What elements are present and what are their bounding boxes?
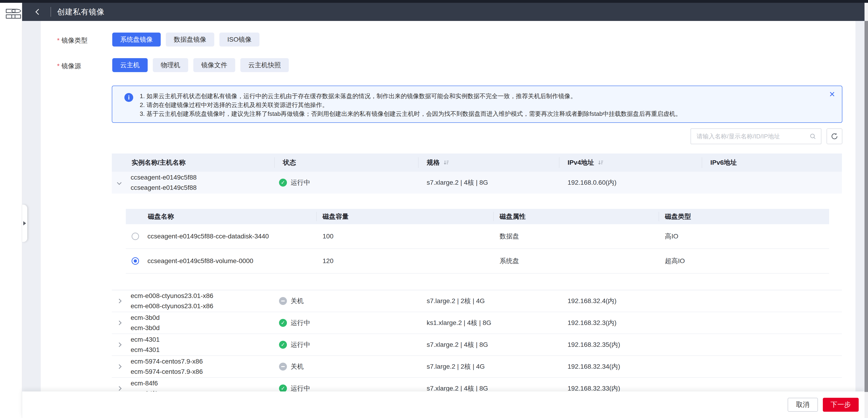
col-spec: 规格: [418, 157, 559, 168]
status-text: 关机: [291, 297, 304, 305]
chevron-right-icon[interactable]: [117, 299, 122, 303]
image-type-options: 系统盘镜像 数据盘镜像 ISO镜像: [112, 33, 265, 46]
alert-line-2: 2. 请勿在创建镜像过程中对选择的云主机及相关联资源进行其他操作。: [140, 101, 823, 109]
ipv4-cell: 192.168.32.35(内): [559, 340, 702, 349]
grid-cell: [11, 14, 21, 19]
alert-line-3: 3. 基于云主机创建系统盘镜像时，建议先注释了fstab再做镜像；否则用创建出来…: [140, 109, 823, 118]
disk-capacity-cell: 120: [317, 257, 494, 265]
required-asterisk: *: [57, 62, 60, 70]
ipv4-cell: 192.168.32.3(内): [559, 318, 702, 327]
page-header: 创建私有镜像: [22, 3, 868, 21]
info-icon: i: [124, 93, 133, 102]
apps-grid-icon[interactable]: [6, 9, 16, 19]
host-name: ecm-3b0d: [131, 323, 160, 333]
alert-line-1: 1. 如果云主机开机状态创建私有镜像，运行中的云主机由于存在缓存数据未落盘的情况…: [140, 92, 823, 101]
host-name: ecm-84f6: [131, 388, 158, 391]
image-type-label: *镜像类型: [57, 36, 112, 45]
chevron-right-icon[interactable]: [117, 386, 122, 391]
status-text: 运行中: [291, 340, 310, 349]
back-button[interactable]: [31, 5, 45, 19]
instance-name: ecm-5974-centos7.9-x86: [131, 356, 203, 367]
status-cell: 运行中: [275, 384, 418, 391]
radio-button[interactable]: [132, 233, 139, 240]
instance-name: ecm-e008-ctyunos23.01-x86: [131, 291, 213, 301]
table-row[interactable]: ecm-3b0d ecm-3b0d 运行中 ks1.xlarge.2 | 4核 …: [112, 312, 842, 334]
col-disk-attribute: 磁盘属性: [494, 212, 659, 221]
ipv4-cell: 192.168.0.60(内): [559, 178, 702, 187]
image-type-option-data-disk[interactable]: 数据盘镜像: [166, 33, 214, 46]
sort-icon[interactable]: [443, 159, 450, 166]
radio-button[interactable]: [132, 257, 139, 265]
content-card: *镜像类型 系统盘镜像 数据盘镜像 ISO镜像 *镜像源 云主机 物理机 镜像文…: [41, 21, 856, 391]
image-source-option-image-file[interactable]: 镜像文件: [193, 58, 235, 72]
top-strip: [0, 0, 868, 3]
disk-name-cell: ccseagent-e0149c5f88-cce-datadisk-3440: [126, 233, 317, 240]
image-source-option-snapshot[interactable]: 云主机快照: [240, 58, 289, 72]
status-text: 运行中: [291, 318, 310, 327]
image-type-option-iso[interactable]: ISO镜像: [219, 33, 259, 46]
instance-name: ecm-84f6: [131, 378, 158, 388]
chevron-down-icon[interactable]: [117, 180, 122, 185]
instance-name: ecm-3b0d: [131, 313, 160, 323]
disk-name: ccseagent-e0149c5f88-cce-datadisk-3440: [148, 233, 269, 240]
disk-capacity-cell: 100: [317, 233, 494, 240]
disk-type-cell: 超高IO: [659, 256, 829, 266]
spec-cell: s7.large.2 | 2核 | 4G: [418, 297, 559, 305]
disk-row[interactable]: ccseagent-e0149c5f88-cce-datadisk-3440 1…: [126, 224, 829, 249]
scrollbar-thumb[interactable]: [865, 21, 868, 392]
search-box: [690, 129, 822, 144]
disk-name: ccseagent-e0149c5f88-volume-0000: [148, 257, 253, 265]
search-input[interactable]: [696, 133, 809, 140]
disk-type-cell: 高IO: [659, 232, 829, 241]
host-name: ecm-4301: [131, 345, 160, 355]
grid-cell-circle: [11, 9, 21, 13]
table-row[interactable]: ccseagent-e0149c5f88 ccseagent-e0149c5f8…: [112, 172, 842, 194]
page-title: 创建私有镜像: [57, 7, 104, 17]
status-text: 运行中: [291, 384, 310, 391]
cancel-button[interactable]: 取消: [788, 398, 818, 412]
instance-table: 实例名称/主机名称 状态 规格 IPv4地址 IPv6地址 ccsea: [112, 153, 842, 391]
panel-expander-tab[interactable]: [22, 205, 27, 242]
table-row[interactable]: ecm-84f6 ecm-84f6 运行中 s7.xlarge.2 | 4核 |…: [112, 378, 842, 391]
table-row[interactable]: ecm-5974-centos7.9-x86 ecm-5974-centos7.…: [112, 356, 842, 378]
ipv4-cell: 192.168.32.4(内): [559, 297, 702, 305]
col-ipv6: IPv6地址: [702, 157, 842, 168]
instance-name-cell: ecm-3b0d ecm-3b0d: [112, 313, 275, 333]
refresh-button[interactable]: [827, 129, 842, 144]
sort-icon[interactable]: [597, 159, 604, 166]
next-step-button[interactable]: 下一步: [823, 398, 859, 412]
image-source-option-physical[interactable]: 物理机: [153, 58, 188, 72]
instance-name: ecm-4301: [131, 335, 160, 345]
status-cell: 运行中: [275, 318, 418, 327]
spec-cell: s7.xlarge.2 | 4核 | 8G: [418, 340, 559, 349]
status-running-icon: [279, 341, 287, 349]
info-alert: i 1. 如果云主机开机状态创建私有镜像，运行中的云主机由于存在缓存数据未落盘的…: [112, 85, 842, 123]
disk-table: 磁盘名称 磁盘容量 磁盘属性 磁盘类型 ccseagent-e0149c5f88…: [126, 209, 829, 274]
col-ipv4: IPv4地址: [559, 157, 702, 168]
col-instance-name: 实例名称/主机名称: [112, 157, 275, 168]
col-disk-name: 磁盘名称: [126, 212, 317, 221]
disk-expand-panel: 磁盘名称 磁盘容量 磁盘属性 磁盘类型 ccseagent-e0149c5f88…: [112, 194, 842, 290]
disk-attribute-cell: 数据盘: [494, 232, 659, 241]
image-source-label: *镜像源: [57, 62, 112, 70]
instance-table-header: 实例名称/主机名称 状态 规格 IPv4地址 IPv6地址: [112, 153, 842, 172]
status-text: 运行中: [291, 178, 310, 187]
header-divider: [51, 7, 51, 17]
table-row[interactable]: ecm-e008-ctyunos23.01-x86 ecm-e008-ctyun…: [112, 290, 842, 312]
ipv4-cell: 192.168.32.33(内): [559, 384, 702, 391]
status-stopped-icon: [279, 297, 287, 305]
search-icon[interactable]: [809, 133, 816, 140]
footer-bar: 取消 下一步: [22, 391, 865, 418]
chevron-right-icon[interactable]: [117, 342, 122, 347]
status-running-icon: [279, 319, 287, 327]
ipv4-cell: 192.168.32.34(内): [559, 362, 702, 371]
spec-cell: ks1.xlarge.2 | 4核 | 8G: [418, 318, 559, 327]
image-type-option-system-disk[interactable]: 系统盘镜像: [112, 33, 161, 46]
table-row[interactable]: ecm-4301 ecm-4301 运行中 s7.xlarge.2 | 4核 |…: [112, 334, 842, 356]
chevron-right-icon[interactable]: [117, 320, 122, 325]
instance-name-cell: ccseagent-e0149c5f88 ccseagent-e0149c5f8…: [112, 172, 275, 193]
image-source-option-ecs[interactable]: 云主机: [112, 58, 148, 72]
alert-close-icon[interactable]: ×: [829, 89, 835, 99]
disk-row[interactable]: ccseagent-e0149c5f88-volume-0000 120 系统盘…: [126, 249, 829, 274]
chevron-right-icon[interactable]: [117, 364, 122, 369]
